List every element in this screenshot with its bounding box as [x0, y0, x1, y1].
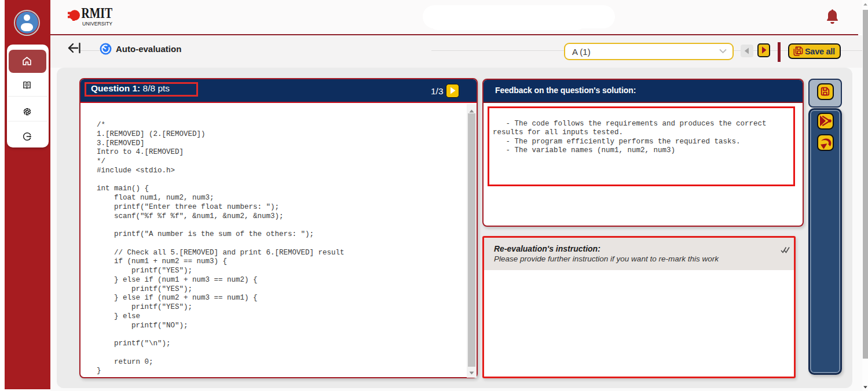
- svg-text:RMIT: RMIT: [82, 5, 113, 20]
- svg-text:UNIVERSITY: UNIVERSITY: [82, 20, 113, 27]
